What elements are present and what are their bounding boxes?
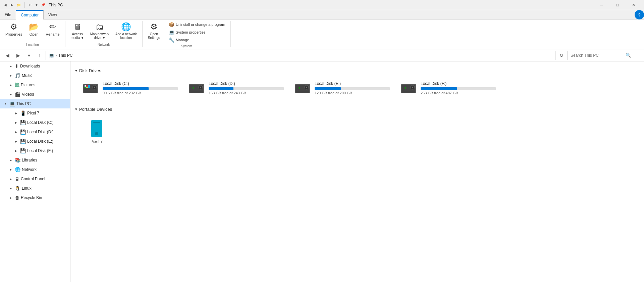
- add-network-button[interactable]: 🌐 Add a networklocation: [113, 21, 140, 41]
- videos-icon: 🎬: [15, 92, 20, 97]
- downloads-icon: ⬇: [15, 63, 19, 69]
- close-button[interactable]: ✕: [626, 0, 641, 10]
- open-button[interactable]: 📂 Open: [25, 21, 42, 38]
- minimize-button[interactable]: ─: [594, 0, 609, 10]
- title-bar-title: This PC: [49, 3, 63, 7]
- ribbon-group-network-items: 🖥 Accessmedia ▼ 🗂 Map networkdrive ▼ 🌐 A…: [68, 21, 140, 42]
- sidebar-item-music[interactable]: ▶ 🎵 Music: [0, 71, 70, 80]
- search-input[interactable]: [571, 53, 624, 58]
- uninstall-label: Uninstall or change a program: [176, 22, 225, 27]
- portable-devices-header[interactable]: ▼ Portable Devices: [74, 107, 640, 112]
- map-drive-button[interactable]: 🗂 Map networkdrive ▼: [88, 21, 112, 41]
- sidebar-label-pixel7: Pixel 7: [27, 111, 39, 115]
- ribbon-group-system-label: System: [145, 44, 228, 49]
- drive-e-space: 129 GB free of 200 GB: [315, 91, 390, 95]
- expand-linux-icon: ▶: [8, 186, 13, 191]
- up-button[interactable]: ↑: [35, 51, 44, 60]
- separator: [24, 2, 24, 8]
- device-pixel7[interactable]: Pixel 7: [80, 116, 113, 148]
- tab-file[interactable]: File: [0, 10, 16, 19]
- pixel7-icon: 📱: [20, 110, 26, 116]
- expand-thispc-icon: ▼: [3, 101, 8, 106]
- maximize-button[interactable]: □: [610, 0, 625, 10]
- help-button[interactable]: ?: [635, 10, 644, 19]
- sidebar-label-network: Network: [22, 167, 37, 172]
- drive-c[interactable]: Local Disk (C:) 90.5 GB free of 232 GB: [80, 77, 180, 99]
- sidebar-item-local-f[interactable]: ▶ 💾 Local Disk (F:): [0, 146, 70, 155]
- sidebar-item-this-pc[interactable]: ▼ 💻 This PC: [0, 99, 70, 108]
- sidebar-item-downloads[interactable]: ▶ ⬇ Downloads: [0, 61, 70, 71]
- uninstall-button[interactable]: 📦 Uninstall or change a program: [166, 21, 228, 28]
- sidebar-item-network[interactable]: ▶ 🌐 Network: [0, 165, 70, 174]
- sidebar-label-linux: Linux: [22, 186, 32, 191]
- svg-point-19: [306, 87, 307, 88]
- sidebar-item-pictures[interactable]: ▶ 🖼 Pictures: [0, 80, 70, 90]
- sidebar-item-recycle-bin[interactable]: ▶ 🗑 Recycle Bin: [0, 193, 70, 202]
- drive-d[interactable]: Local Disk (D:) 163 GB free of 243 GB: [186, 77, 286, 99]
- down-arrow-icon: ▼: [34, 2, 39, 8]
- sidebar-item-local-d[interactable]: ▶ 💾 Local Disk (D:): [0, 127, 70, 137]
- refresh-button[interactable]: ↻: [557, 51, 566, 60]
- ribbon-group-system: ⚙ OpenSettings 📦 Uninstall or change a p…: [143, 21, 231, 47]
- ribbon-group-location-items: ⚙ Properties 📂 Open ✏ Rename: [3, 21, 62, 42]
- sidebar-item-linux[interactable]: ▶ 🐧 Linux: [0, 184, 70, 193]
- tab-view[interactable]: View: [44, 10, 62, 19]
- sidebar-label-recycle-bin: Recycle Bin: [21, 195, 42, 200]
- thispc-icon: 💻: [9, 101, 15, 106]
- drive-f-space: 253 GB free of 487 GB: [421, 91, 496, 95]
- search-box: 🔍: [568, 51, 641, 60]
- back-nav-button[interactable]: ◀: [3, 51, 12, 60]
- svg-rect-5: [85, 87, 86, 88]
- recent-locations-button[interactable]: ▾: [24, 51, 34, 60]
- address-path[interactable]: 💻 › This PC: [46, 51, 555, 60]
- sidebar-item-local-c[interactable]: ▶ 💾 Local Disk (C:): [0, 118, 70, 127]
- drive-f-info: Local Disk (F:) 253 GB free of 487 GB: [421, 81, 496, 95]
- path-this-pc: This PC: [58, 53, 73, 58]
- svg-point-27: [405, 87, 406, 89]
- expand-network-icon: ▶: [8, 167, 13, 172]
- drive-d-info: Local Disk (D:) 163 GB free of 243 GB: [209, 81, 284, 95]
- drive-f-bar-wrap: [421, 87, 496, 90]
- properties-button[interactable]: ⚙ Properties: [3, 21, 25, 38]
- manage-icon: 🔧: [169, 37, 174, 43]
- sidebar-label-this-pc: This PC: [16, 101, 31, 106]
- tab-computer[interactable]: Computer: [16, 10, 44, 19]
- system-props-button[interactable]: 💻 System properties: [166, 29, 228, 36]
- drive-e-bar: [315, 87, 341, 90]
- manage-button[interactable]: 🔧 Manage: [166, 36, 228, 44]
- forward-nav-button[interactable]: ▶: [13, 51, 23, 60]
- disk-drives-header[interactable]: ▼ Disk Drives: [74, 68, 640, 73]
- expand-locale-icon: ▶: [13, 139, 19, 144]
- open-settings-button[interactable]: ⚙ OpenSettings: [145, 21, 163, 41]
- sidebar-item-libraries[interactable]: ▶ 📚 Libraries: [0, 155, 70, 165]
- localc-icon: 💾: [20, 120, 26, 125]
- drive-f-icon: [400, 80, 417, 96]
- svg-rect-4: [86, 85, 88, 87]
- system-props-icon: 💻: [169, 30, 174, 35]
- folder-icon: 📁: [16, 2, 21, 8]
- svg-rect-6: [86, 87, 88, 88]
- access-media-button[interactable]: 🖥 Accessmedia ▼: [68, 21, 87, 41]
- drive-e[interactable]: Local Disk (E:) 129 GB free of 200 GB: [292, 77, 392, 99]
- sidebar-item-local-e[interactable]: ▶ 💾 Local Disk (E:): [0, 137, 70, 146]
- sidebar-item-pixel7[interactable]: ▶ 📱 Pixel 7: [0, 108, 70, 118]
- sidebar-item-videos[interactable]: ▶ 🎬 Videos: [0, 90, 70, 99]
- disk-drives-title: Disk Drives: [79, 68, 101, 73]
- rename-button[interactable]: ✏ Rename: [43, 21, 62, 38]
- sidebar-label-pictures: Pictures: [21, 83, 35, 87]
- sidebar-label-control-panel: Control Panel: [21, 177, 45, 181]
- drive-f-bar: [421, 87, 457, 90]
- ribbon-group-location-label: Location: [3, 42, 62, 47]
- sidebar-label-local-c: Local Disk (C:): [27, 120, 54, 125]
- sidebar-item-control-panel[interactable]: ▶ 🖥 Control Panel: [0, 174, 70, 184]
- drive-e-icon-wrap: [294, 80, 311, 96]
- portable-grid: Pixel 7: [74, 116, 640, 148]
- drive-f[interactable]: Local Disk (F:) 253 GB free of 487 GB: [398, 77, 498, 99]
- svg-rect-3: [85, 85, 86, 87]
- back-icon: ◀: [3, 2, 8, 8]
- open-icon: 📂: [29, 22, 39, 32]
- drive-e-info: Local Disk (E:) 129 GB free of 200 GB: [315, 81, 390, 95]
- drive-c-space: 90.5 GB free of 232 GB: [103, 91, 178, 95]
- expand-downloads-icon: ▶: [8, 63, 13, 69]
- address-bar: ◀ ▶ ▾ ↑ 💻 › This PC ↻ 🔍: [0, 49, 644, 61]
